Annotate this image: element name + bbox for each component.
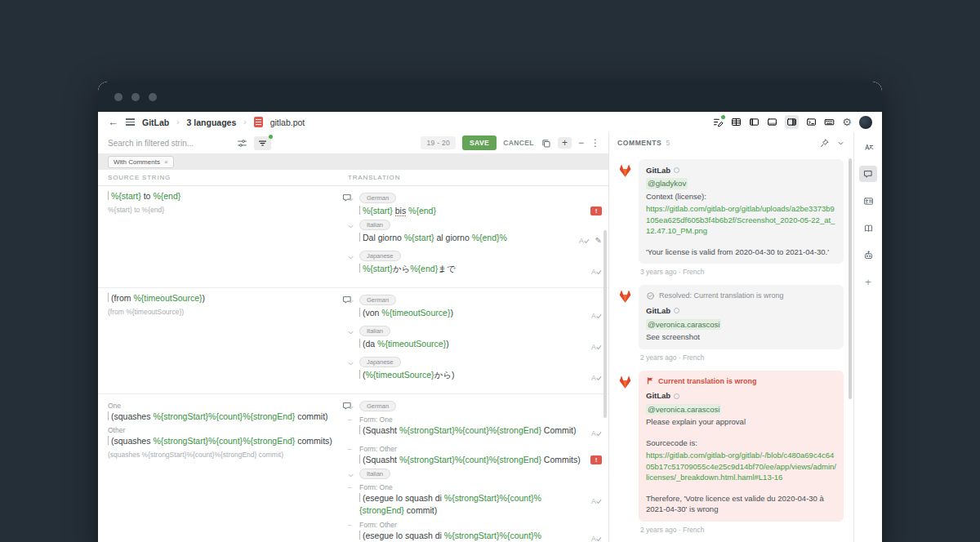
collapse-language-icon[interactable] [346,326,355,340]
translation-line[interactable]: (%{timeoutSource}から)A [359,369,602,385]
panel-right-icon[interactable] [785,115,799,129]
approved-check-icon[interactable]: A [590,531,602,542]
editor-scrollbar[interactable] [604,230,607,418]
string-range-indicator[interactable]: 19 - 20 [421,136,456,149]
translation-line[interactable]: (da %{timeoutSource})A [359,338,602,354]
panel-left-icon[interactable] [749,117,760,127]
translation-text[interactable]: %{start} bis %{end} [359,205,584,217]
translation-text[interactable]: (esegue lo squash di %{strongStart}%{cou… [359,530,584,542]
breadcrumb-project[interactable]: GitLab [142,118,169,127]
language-badge[interactable]: Italian [359,469,390,479]
user-mention[interactable]: @veronica.carascosi [646,319,721,330]
settings-gear-icon[interactable]: ⚙ [842,117,852,127]
translation-text[interactable]: (da %{timeoutSource}) [359,338,584,350]
grid-view-icon[interactable] [731,117,742,127]
terminal-icon[interactable] [806,117,817,127]
pin-icon[interactable] [819,138,830,149]
collapse-language-icon[interactable] [346,193,355,207]
collapse-panel-icon[interactable] [836,139,845,148]
user-avatar[interactable] [859,116,872,129]
sidebar-glossary-icon[interactable] [859,220,877,236]
translation-text[interactable]: Dal giorno %{start} al giorno %{end}% [359,232,572,244]
string-row[interactable]: One(squashes %{strongStart}%{count}%{str… [98,394,608,542]
more-options-button[interactable]: ⋮ [590,137,600,149]
translation-text[interactable]: (von %{timeoutSource}) [359,307,584,319]
sidebar-comments-icon[interactable] [859,166,877,182]
translation-line[interactable]: (Squasht %{strongStart}%{count}%{strongE… [359,424,602,441]
copy-source-icon[interactable] [541,138,551,149]
approved-check-icon[interactable]: A [590,340,602,354]
approved-check-icon[interactable]: A [578,233,590,248]
language-badge[interactable]: German [359,193,396,203]
sidebar-terms-icon[interactable] [859,193,877,209]
sidebar-machine-translation-icon[interactable] [859,247,877,263]
collapse-language-icon[interactable] [346,220,355,234]
translation-line[interactable]: %{start}から%{end}までA [359,263,602,279]
qa-error-badge[interactable]: ! [590,207,602,215]
approved-check-icon[interactable]: A [590,371,602,385]
sidebar-translate-icon[interactable] [859,139,877,155]
qa-error-badge[interactable]: ! [590,455,602,464]
language-badge[interactable]: Japanese [359,251,401,261]
translation-line[interactable]: (esegue lo squash di %{strongStart}%{cou… [359,492,602,517]
edit-settings-icon[interactable] [713,117,724,127]
comments-scrollbar[interactable] [849,158,852,399]
filter-button[interactable] [254,136,271,150]
source-cell[interactable]: %{start} to %{end}%{start} to %{end} [98,190,338,282]
approved-check-icon[interactable]: A [590,494,602,509]
collapse-language-icon[interactable] [346,401,355,415]
collapse-language-icon[interactable] [346,357,355,371]
search-input[interactable] [108,139,230,148]
search-options-icon[interactable] [237,138,247,149]
user-mention[interactable]: @gladykov [646,178,688,189]
back-button[interactable]: ← [108,116,118,128]
approved-check-icon[interactable]: A [590,426,602,441]
language-badge[interactable]: German [359,401,396,411]
comment-bubble[interactable]: Current translation is wrongGitLab@veron… [639,371,844,522]
comment-link[interactable]: https://gitlab.com/gitlab-org/gitlab/upl… [646,203,836,236]
window-control-dot[interactable] [149,93,157,101]
collapse-language-icon[interactable] [346,251,355,265]
translation-text[interactable]: (%{timeoutSource}から) [359,369,584,381]
remove-filter-icon[interactable]: × [164,158,168,166]
translation-text[interactable]: (esegue lo squash di %{strongStart}%{cou… [359,492,584,517]
translation-text[interactable]: %{start}から%{end}まで [359,263,584,275]
translation-text[interactable]: (Squasht %{strongStart}%{count}%{strongE… [359,454,584,466]
approved-check-icon[interactable]: A [590,264,602,279]
translation-text[interactable]: (Squasht %{strongStart}%{count}%{strongE… [359,424,584,437]
translation-line[interactable]: %{start} bis %{end}! [359,205,602,217]
language-badge[interactable]: Italian [359,220,390,230]
source-cell[interactable]: (from %{timeoutSource})(from %{timeoutSo… [98,292,338,388]
zoom-out-button[interactable]: − [578,137,584,149]
comment-bubble[interactable]: Resolved: Current translation is wrongGi… [639,285,844,349]
user-mention[interactable]: @veronica.carascosi [646,404,721,415]
edit-translation-icon[interactable]: ✎ [595,237,602,245]
breadcrumb-file[interactable]: gitlab.pot [270,118,305,127]
language-badge[interactable]: Japanese [359,357,401,367]
filter-chip-with-comments[interactable]: With Comments × [108,156,174,168]
collapse-language-icon[interactable] [346,469,355,483]
comment-link[interactable]: https://gitlab.com/gitlab-org/gitlab/-/b… [646,450,836,482]
keyboard-icon[interactable] [824,117,835,127]
save-button[interactable]: SAVE [462,136,497,150]
panel-bottom-icon[interactable] [767,117,777,127]
string-row[interactable]: (from %{timeoutSource})(from %{timeoutSo… [98,288,608,394]
comment-bubble[interactable]: GitLab@gladykovContext (license):https:/… [639,159,844,264]
menu-button[interactable] [126,118,135,126]
language-badge[interactable]: German [359,295,396,305]
approved-check-icon[interactable]: A [590,309,602,323]
source-cell[interactable]: One(squashes %{strongStart}%{count}%{str… [98,398,338,542]
cancel-button[interactable]: CANCEL [503,139,534,147]
window-control-dot[interactable] [131,93,140,101]
translation-line[interactable]: Dal giorno %{start} al giorno %{end}%A✎ [359,232,602,248]
translation-line[interactable]: (von %{timeoutSource})A [359,307,602,323]
collapse-language-icon[interactable] [346,295,355,309]
breadcrumb-languages[interactable]: 3 languages [187,118,237,127]
translation-line[interactable]: (Squasht %{strongStart}%{count}%{strongE… [359,454,602,466]
zoom-in-button[interactable]: + [558,137,572,149]
sidebar-add-icon[interactable]: + [859,273,877,290]
translation-line[interactable]: (esegue lo squash di %{strongStart}%{cou… [359,530,602,542]
window-control-dot[interactable] [114,93,122,101]
language-badge[interactable]: Italian [359,326,390,336]
string-row[interactable]: %{start} to %{end}%{start} to %{end}Germ… [98,186,608,288]
